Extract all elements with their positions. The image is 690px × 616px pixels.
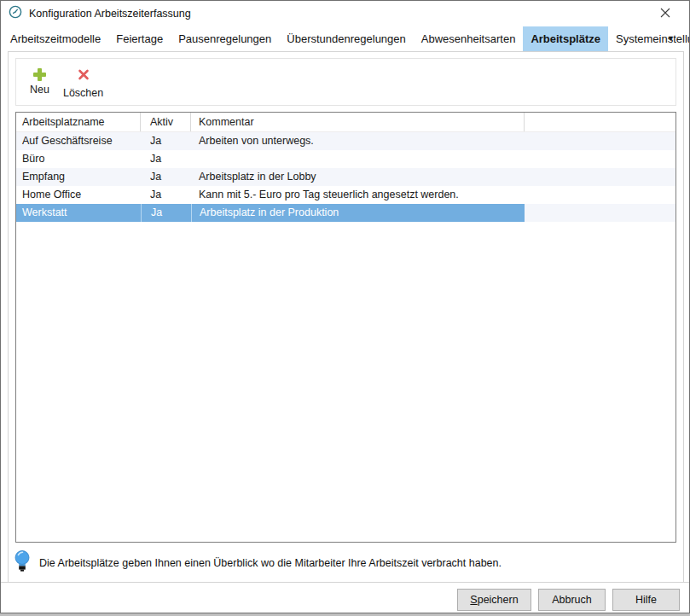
cell-aktiv: Ja	[141, 186, 191, 204]
workplaces-table: Arbeitsplatzname Aktiv Kommentar Auf Ges…	[15, 112, 676, 543]
tab-pausenregelungen[interactable]: Pausenregelungen	[171, 26, 279, 51]
table-row-buero[interactable]: Büro Ja	[16, 150, 676, 168]
save-button[interactable]: Speichern	[457, 589, 531, 611]
tab-strip: Arbeitszeitmodelle Feiertage Pausenregel…	[1, 26, 689, 51]
cell-filler	[525, 150, 676, 168]
cell-name: Büro	[16, 150, 141, 168]
tab-feiertage[interactable]: Feiertage	[108, 26, 171, 51]
cell-aktiv: Ja	[141, 150, 191, 168]
lightbulb-icon	[14, 549, 30, 577]
tab-systemeinstellungen[interactable]: Systemeinstellungen	[608, 26, 690, 51]
cell-name: Home Office	[16, 186, 141, 204]
cell-filler	[525, 204, 676, 222]
cell-kommentar: Arbeitsplatz in der Produktion	[191, 204, 525, 222]
table-row-empfang[interactable]: Empfang Ja Arbeitsplatz in der Lobby	[16, 168, 676, 186]
cell-name: Auf Geschäftsreise	[16, 132, 141, 150]
cell-kommentar	[191, 150, 525, 168]
cell-name: Empfang	[16, 168, 141, 186]
cell-filler	[525, 132, 676, 150]
cell-filler	[525, 168, 676, 186]
button-bar: Speichern Abbruch Hilfe	[1, 583, 690, 613]
new-button-label: Neu	[30, 84, 49, 96]
hint-bar: Die Arbeitsplätze geben Ihnen einen Über…	[14, 549, 502, 577]
title-bar: Konfiguration Arbeitszeiterfassung	[1, 1, 689, 26]
cell-kommentar: Kann mit 5.- Euro pro Tag steuerlich ang…	[191, 186, 525, 204]
cell-filler	[525, 186, 676, 204]
plus-icon	[33, 68, 46, 81]
delete-button-label: Löschen	[63, 87, 103, 99]
help-button-label: Hilfe	[623, 594, 669, 606]
new-button[interactable]: Neu	[25, 68, 55, 96]
cancel-button[interactable]: Abbruch	[538, 589, 606, 611]
column-header-arbeitsplatzname[interactable]: Arbeitsplatzname	[16, 113, 141, 131]
close-button[interactable]	[656, 6, 675, 22]
table-row-werkstatt[interactable]: Werkstatt Ja Arbeitsplatz in der Produkt…	[16, 204, 676, 222]
chevron-down-icon[interactable]: ▼	[667, 33, 675, 44]
tab-arbeitsplaetze[interactable]: Arbeitsplätze	[523, 26, 608, 51]
cancel-button-label: Abbruch	[549, 594, 594, 606]
table-row-home-office[interactable]: Home Office Ja Kann mit 5.- Euro pro Tag…	[16, 186, 676, 204]
cell-kommentar: Arbeiten von unterwegs.	[191, 132, 525, 150]
save-button-label: Speichern	[468, 594, 520, 606]
cell-name: Werkstatt	[16, 204, 141, 222]
cell-kommentar: Arbeitsplatz in der Lobby	[191, 168, 525, 186]
help-button[interactable]: Hilfe	[612, 589, 680, 611]
hint-text: Die Arbeitsplätze geben Ihnen einen Über…	[39, 557, 502, 569]
column-header-kommentar[interactable]: Kommentar	[191, 113, 525, 131]
toolbar: Neu Löschen	[15, 58, 676, 106]
tab-ueberstundenregelungen[interactable]: Überstundenregelungen	[279, 26, 414, 51]
table-header-row: Arbeitsplatzname Aktiv Kommentar	[16, 113, 676, 132]
window-title: Konfiguration Arbeitszeiterfassung	[29, 8, 191, 20]
cell-aktiv: Ja	[141, 132, 191, 150]
column-header-aktiv[interactable]: Aktiv	[141, 113, 191, 131]
tab-arbeitszeitmodelle[interactable]: Arbeitszeitmodelle	[3, 26, 108, 51]
close-icon	[660, 8, 670, 20]
table-row-auf-geschaeftsreise[interactable]: Auf Geschäftsreise Ja Arbeiten von unter…	[16, 132, 676, 150]
tab-page-arbeitsplaetze: Neu Löschen Arbeitsplatzname Aktiv Komme…	[8, 51, 684, 582]
delete-button[interactable]: Löschen	[58, 68, 108, 99]
column-header-filler	[525, 113, 676, 131]
tab-abwesenheitsarten[interactable]: Abwesenheitsarten	[414, 26, 524, 51]
x-icon	[78, 68, 90, 84]
cell-aktiv: Ja	[141, 168, 191, 186]
clock-icon	[9, 5, 22, 22]
dialog-window: Konfiguration Arbeitszeiterfassung Arbei…	[0, 0, 690, 613]
cell-aktiv: Ja	[141, 204, 191, 222]
